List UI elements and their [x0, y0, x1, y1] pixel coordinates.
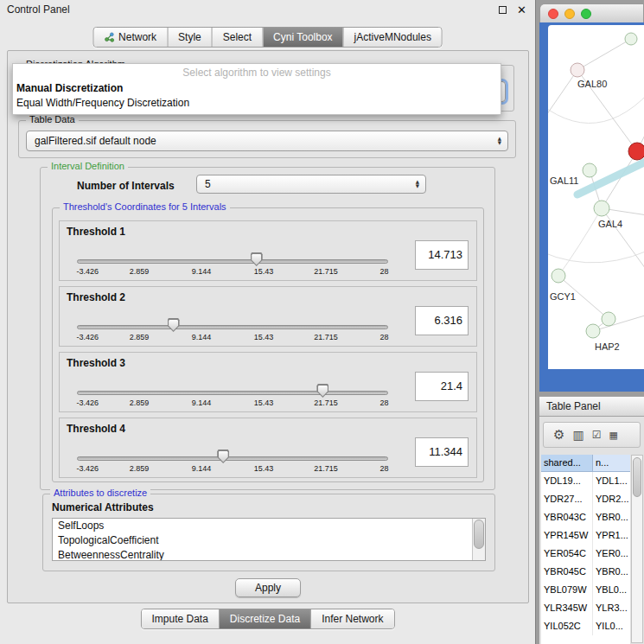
slider-scale-label: -3.426 — [76, 399, 99, 407]
table-data-combobox[interactable]: galFiltered.sif default node ▲▼ — [26, 131, 508, 151]
slider-thumb[interactable] — [217, 450, 229, 463]
dropdown-option-equal-width-frequency[interactable]: Equal Width/Frequency Discretization — [13, 96, 501, 111]
tab-network[interactable]: Network — [93, 28, 167, 47]
network-canvas[interactable]: GAL80GAL11GAL4GCY1HAP2 — [548, 25, 644, 369]
table-row[interactable]: YDR27...YDR2... — [541, 490, 630, 508]
table-cell[interactable]: YDL19... — [541, 472, 593, 490]
close-icon[interactable]: ✕ — [517, 4, 526, 16]
table-cell[interactable]: YDR2... — [593, 490, 630, 508]
table-cell[interactable]: YBL0... — [593, 581, 630, 599]
threshold-panel-1: Threshold 1-3.4262.8599.14415.4321.71528… — [59, 220, 477, 281]
table-cell[interactable]: YER0... — [593, 545, 630, 563]
row-check-icon[interactable]: ☑ — [592, 430, 602, 440]
attribute-item-selfloops[interactable]: SelfLoops — [53, 519, 472, 533]
network-window-titlebar — [539, 3, 644, 22]
network-node-selected[interactable] — [628, 143, 644, 160]
network-node[interactable] — [552, 269, 565, 283]
number-of-intervals-combobox[interactable]: 5 ▲▼ — [196, 175, 426, 194]
table-column-header[interactable]: n... — [593, 455, 630, 472]
zoom-traffic-light-icon[interactable] — [581, 9, 591, 19]
slider-track[interactable] — [77, 456, 388, 461]
table-row[interactable]: YPR145WYPR1... — [541, 526, 630, 545]
node-attribute-table: shared...n... YDL19...YDL1...YDR27...YDR… — [541, 455, 630, 644]
network-node-label: HAP2 — [595, 341, 620, 352]
table-cell[interactable]: YBR0... — [593, 563, 630, 581]
threshold-value-field[interactable]: 14.713 — [415, 240, 469, 270]
slider-track[interactable] — [77, 391, 388, 395]
slider-track[interactable] — [77, 325, 388, 329]
close-traffic-light-icon[interactable] — [548, 9, 558, 19]
scrollbar-thumb[interactable] — [633, 457, 641, 497]
slider-thumb[interactable] — [251, 252, 263, 266]
settings-icon[interactable]: ⚙ — [553, 429, 564, 442]
dropdown-placeholder-option[interactable]: Select algorithm to view settings — [13, 64, 501, 81]
grid-icon[interactable]: ▦ — [609, 430, 617, 440]
table-body: YDL19...YDL1...YDR27...YDR2...YBR043CYBR… — [541, 472, 630, 635]
table-cell[interactable]: YER054C — [541, 545, 593, 563]
slider-scale-label: 2.859 — [130, 399, 150, 407]
columns-icon[interactable]: ▥ — [572, 429, 583, 441]
group-title: Attributes to discretize — [50, 488, 150, 498]
table-cell[interactable]: YBR0... — [593, 508, 630, 526]
slider-thumb[interactable] — [168, 318, 180, 332]
slider-thumb[interactable] — [316, 384, 328, 398]
table-row[interactable]: YBR043CYBR0... — [541, 508, 630, 526]
table-cell[interactable]: YLR3... — [593, 599, 630, 617]
attribute-item-topologicalcoefficient[interactable]: TopologicalCoefficient — [53, 533, 472, 548]
tab-label: jActiveMNodules — [354, 31, 431, 43]
threshold-value-field[interactable]: 21.4 — [415, 372, 469, 401]
table-row[interactable]: YIL052CYIL0... — [541, 617, 630, 635]
network-edge — [593, 310, 644, 331]
scrollbar-thumb[interactable] — [474, 520, 484, 549]
network-node[interactable] — [571, 63, 584, 77]
table-row[interactable]: YBL079WYBL0... — [541, 581, 630, 599]
bottom-tab-infer-network[interactable]: Infer Network — [310, 609, 393, 628]
table-column-header[interactable]: shared... — [541, 455, 593, 472]
table-cell[interactable]: YBL079W — [541, 581, 593, 599]
bottom-tab-discretize-data[interactable]: Discretize Data — [219, 609, 310, 628]
tab-cyni-toolbox[interactable]: Cyni Toolbox — [262, 28, 342, 47]
minimize-traffic-light-icon[interactable] — [564, 9, 575, 19]
slider-scale-label: 9.144 — [192, 464, 212, 473]
slider-track[interactable] — [77, 259, 388, 264]
table-cell[interactable]: YIL052C — [541, 617, 593, 635]
table-cell[interactable]: YDL1... — [593, 472, 630, 490]
threshold-value-field[interactable]: 11.344 — [415, 437, 469, 467]
table-row[interactable]: YLR345WYLR3... — [541, 599, 630, 617]
table-cell[interactable]: YPR145W — [541, 526, 593, 545]
attributes-scrollbar[interactable] — [472, 519, 485, 560]
slider-scale-label: 28 — [379, 333, 388, 341]
table-cell[interactable]: YIL0... — [593, 617, 630, 635]
apply-button[interactable]: Apply — [235, 578, 301, 597]
slider-scale-label: 9.144 — [192, 267, 212, 276]
table-row[interactable]: YBR045CYBR0... — [541, 563, 630, 581]
network-node[interactable] — [583, 163, 596, 177]
tab-style[interactable]: Style — [167, 28, 212, 47]
table-row[interactable]: YER054CYER0... — [541, 545, 630, 563]
network-node[interactable] — [602, 312, 615, 326]
threshold-slider[interactable]: -3.4262.8599.14415.4321.71528 — [77, 418, 388, 477]
tab-select[interactable]: Select — [212, 28, 262, 47]
table-cell[interactable]: YBR043C — [541, 508, 593, 526]
table-cell[interactable]: YDR27... — [541, 490, 593, 508]
network-icon — [104, 32, 114, 42]
table-cell[interactable]: YLR345W — [541, 599, 593, 617]
threshold-slider[interactable]: -3.4262.8599.14415.4321.71528 — [77, 353, 388, 411]
tab-jactivemnodules[interactable]: jActiveMNodules — [343, 28, 442, 47]
slider-scale-label: 28 — [379, 464, 388, 473]
threshold-value-field[interactable]: 6.316 — [415, 306, 469, 335]
table-toolbar: ⚙ ▥ ☑ ▦ — [543, 422, 641, 448]
network-node[interactable] — [594, 201, 609, 216]
table-cell[interactable]: YPR1... — [593, 526, 630, 545]
table-cell[interactable]: YBR045C — [541, 563, 593, 581]
table-row[interactable]: YDL19...YDL1... — [541, 472, 630, 490]
table-scrollbar[interactable] — [631, 455, 643, 643]
threshold-slider[interactable]: -3.4262.8599.14415.4321.71528 — [77, 221, 388, 280]
attribute-item-betweennesscentrality[interactable]: BetweennessCentrality — [53, 548, 472, 561]
network-node[interactable] — [625, 33, 637, 45]
threshold-slider[interactable]: -3.4262.8599.14415.4321.71528 — [77, 287, 388, 346]
bottom-tab-impute-data[interactable]: Impute Data — [141, 609, 218, 628]
network-node[interactable] — [586, 324, 600, 338]
dropdown-option-manual-discretization[interactable]: Manual Discretization — [13, 81, 501, 96]
float-window-icon[interactable] — [499, 6, 507, 14]
